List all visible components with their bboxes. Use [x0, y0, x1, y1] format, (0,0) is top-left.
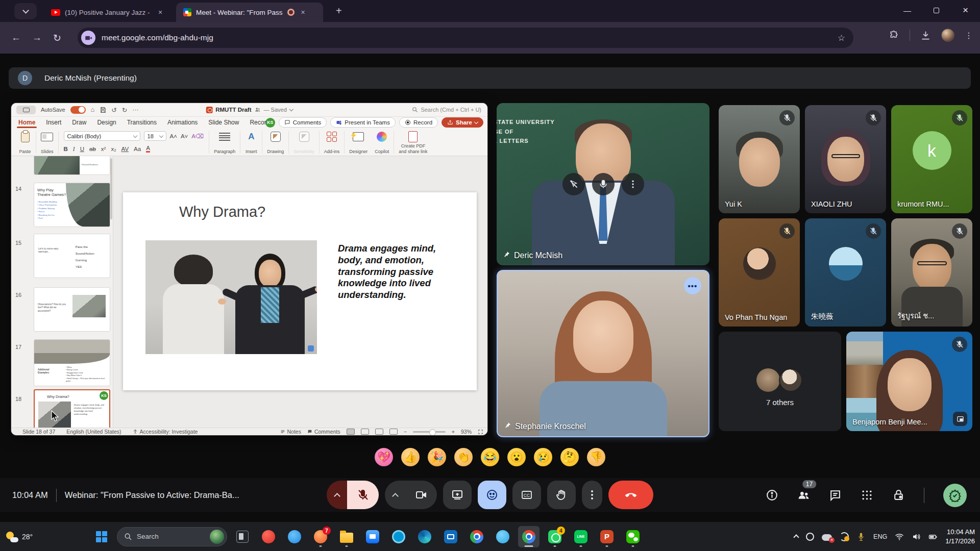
- participants-button[interactable]: 17: [797, 489, 810, 502]
- user-avatar-badge[interactable]: KS: [265, 118, 275, 128]
- video-tile[interactable]: Yui K: [719, 105, 800, 213]
- clear-format-button[interactable]: A⌫: [191, 133, 204, 140]
- whatsapp-button[interactable]: 4: [544, 526, 566, 547]
- bookmark-star-icon[interactable]: ☆: [838, 33, 845, 43]
- saved-status[interactable]: — Saved: [264, 107, 287, 113]
- hp-app-button[interactable]: [388, 526, 409, 547]
- camera-toggle-button[interactable]: [405, 481, 437, 509]
- video-tile[interactable]: k krumont RMU...: [891, 105, 972, 213]
- taskbar-clock[interactable]: 10:04 AM 1/17/2026: [945, 528, 975, 545]
- profile-avatar[interactable]: [941, 29, 954, 42]
- overflow-participants-tile[interactable]: 7 others: [719, 332, 841, 431]
- paragraph-group[interactable]: Paragraph: [210, 130, 239, 155]
- zoom-in-button[interactable]: +: [452, 429, 455, 435]
- task-view-button[interactable]: [232, 526, 253, 547]
- video-tile-deric[interactable]: STATE UNIVERSITY GE OF L LETTERS Deric M…: [497, 103, 709, 265]
- undo-icon[interactable]: ↺: [111, 106, 116, 114]
- accessibility-status[interactable]: Accessibility: Investigate: [133, 429, 198, 435]
- language-status[interactable]: English (United States): [66, 429, 121, 435]
- slideshow-view-button[interactable]: [16, 106, 36, 114]
- weather-widget[interactable]: 28°: [6, 531, 33, 543]
- close-window-button[interactable]: ×: [951, 0, 980, 20]
- blue-app-button[interactable]: [492, 526, 513, 547]
- wechat-button[interactable]: [622, 526, 644, 547]
- reaction-thumbs-down[interactable]: 👎: [587, 448, 605, 466]
- reaction-clap[interactable]: 👏: [454, 448, 473, 466]
- pointer-off-button[interactable]: [562, 173, 585, 195]
- tab-youtube[interactable]: (10) Positive January Jazz - Swee ×: [44, 3, 170, 22]
- underline-button[interactable]: U: [80, 146, 84, 152]
- designer-group[interactable]: Designer: [346, 130, 371, 155]
- extensions-icon[interactable]: [889, 30, 899, 41]
- char-spacing-button[interactable]: AV: [121, 146, 129, 152]
- reaction-thinking[interactable]: 🤔: [560, 448, 579, 466]
- home-icon[interactable]: ⌂: [91, 106, 95, 113]
- tab-insert[interactable]: Insert: [46, 119, 61, 126]
- video-tile[interactable]: XIAOLI ZHU: [805, 105, 886, 213]
- zoom-slider[interactable]: [413, 431, 446, 433]
- video-tile[interactable]: 朱曉薇: [805, 218, 886, 327]
- wifi-icon[interactable]: [895, 532, 904, 541]
- font-family-select[interactable]: Calibri (Body): [64, 131, 140, 141]
- hidden-icons-chevron[interactable]: [793, 534, 799, 540]
- slideshow-button[interactable]: [389, 429, 398, 435]
- tab-meet[interactable]: Meet - Webinar: "From Pass ×: [176, 3, 323, 22]
- thumbnail-slide-13[interactable]: • Anxiety, lack of self confidence, lack…: [34, 156, 110, 175]
- reaction-laugh[interactable]: 😂: [481, 448, 499, 466]
- raise-hand-button[interactable]: [547, 481, 576, 509]
- activities-button[interactable]: [861, 489, 873, 502]
- microsoft-store-button[interactable]: [362, 526, 383, 547]
- address-bar[interactable]: meet.google.com/dbg-ahdu-mjg ☆: [78, 28, 853, 48]
- thumbnail-slide-17[interactable]: Additional Examples: • Wasa • Bunny Carr…: [34, 339, 110, 386]
- slide-canvas[interactable]: Why Drama? Drama engages mind, body, and…: [123, 192, 477, 390]
- subscript-button[interactable]: x₂: [111, 146, 116, 152]
- download-icon[interactable]: [920, 30, 931, 41]
- drawing-group[interactable]: Drawing: [263, 130, 287, 155]
- chat-button[interactable]: [829, 489, 842, 502]
- bold-button[interactable]: B: [64, 146, 68, 152]
- camera-permission-icon[interactable]: [81, 31, 95, 45]
- search-highlight-image[interactable]: [210, 530, 224, 544]
- search-icon[interactable]: [412, 107, 418, 113]
- tab-animations[interactable]: Animations: [167, 119, 198, 126]
- reaction-party[interactable]: 🎉: [428, 448, 446, 466]
- tab-design[interactable]: Design: [97, 119, 116, 126]
- slide-sorter-view-button[interactable]: [361, 429, 369, 435]
- host-controls-button[interactable]: [892, 489, 905, 502]
- save-icon[interactable]: [100, 107, 106, 113]
- more-commands-icon[interactable]: ···: [132, 106, 139, 113]
- powerpoint-button[interactable]: P: [596, 526, 618, 547]
- minimize-button[interactable]: —: [893, 0, 922, 20]
- italic-button[interactable]: I: [73, 146, 75, 152]
- share-button[interactable]: Share: [442, 117, 483, 128]
- thumbnail-scrollbar[interactable]: [110, 158, 112, 219]
- taskbar-search[interactable]: Search: [117, 527, 227, 546]
- comments-button[interactable]: Comments: [279, 117, 327, 128]
- tab-slideshow[interactable]: Slide Show: [208, 119, 239, 126]
- reactions-button[interactable]: [478, 481, 506, 509]
- slide-body-text[interactable]: Drama engages mind, body, and emotion, t…: [338, 243, 461, 301]
- reading-view-button[interactable]: [375, 429, 383, 435]
- thumbnail-slide-18-selected[interactable]: KS Why Drama? Drama engages mind, body, …: [34, 389, 110, 428]
- slide-photo[interactable]: [145, 240, 317, 354]
- ppt-search-label[interactable]: Search (Cmd + Ctrl + U): [421, 107, 481, 113]
- volume-icon[interactable]: [912, 532, 921, 541]
- present-screen-button[interactable]: [443, 481, 472, 509]
- video-tile-stephanie[interactable]: ••• Stephanie Kroschel: [497, 270, 709, 437]
- mute-button[interactable]: [592, 173, 615, 195]
- document-title[interactable]: RMUTT Draft: [215, 107, 251, 113]
- close-icon[interactable]: ×: [299, 8, 307, 17]
- tab-transitions[interactable]: Transitions: [127, 119, 157, 126]
- camera-options-button[interactable]: [385, 481, 405, 509]
- mail-app-button[interactable]: [440, 526, 461, 547]
- reaction-surprised[interactable]: 😮: [507, 448, 526, 466]
- slide-editing-area[interactable]: Why Drama? Drama engages mind, body, and…: [113, 156, 487, 428]
- picture-in-picture-icon[interactable]: [953, 412, 967, 426]
- edge-button[interactable]: [414, 526, 435, 547]
- copilot-group[interactable]: Copilot: [371, 130, 393, 155]
- autosave-toggle[interactable]: [70, 106, 86, 114]
- new-tab-button[interactable]: +: [336, 5, 342, 17]
- present-in-teams-button[interactable]: Present in Teams: [330, 117, 396, 128]
- zoom-out-button[interactable]: −: [404, 429, 407, 435]
- tab-home[interactable]: Home: [18, 119, 35, 126]
